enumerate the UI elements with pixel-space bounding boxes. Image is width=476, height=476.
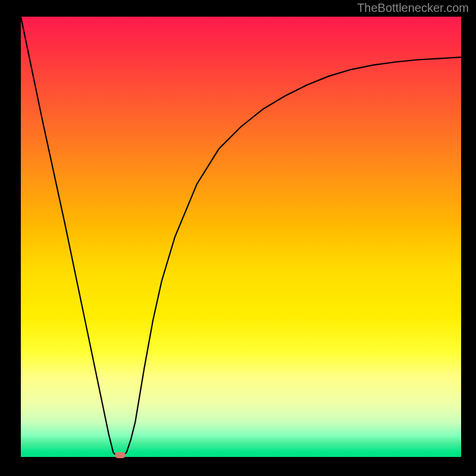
attribution-text: TheBottlenecker.com <box>357 1 469 15</box>
optimal-point-marker <box>115 452 126 458</box>
chart-container: TheBottlenecker.com <box>0 0 476 476</box>
plot-area <box>21 17 461 457</box>
bottleneck-curve <box>21 17 461 457</box>
